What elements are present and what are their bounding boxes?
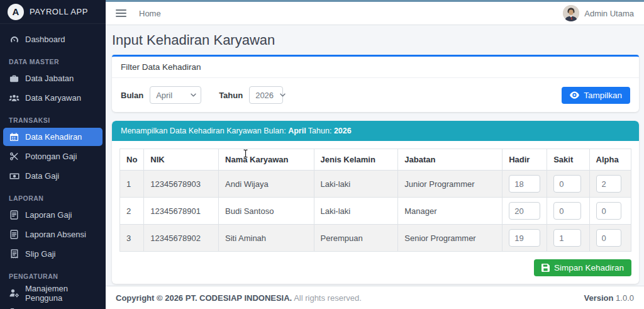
filter-card-title: Filter Data Kehadiran [112, 57, 639, 78]
bulan-label: Bulan [121, 91, 143, 100]
bulan-select[interactable]: April [150, 86, 201, 104]
page-title: Input Kehadiran Karyawan [112, 32, 639, 48]
sidebar-item-label: Data Jabatan [25, 74, 74, 83]
table-row: 2 12345678901 Budi Santoso Laki-laki Man… [120, 198, 631, 225]
sidebar-item-data-jabatan[interactable]: Data Jabatan [3, 69, 103, 87]
hadir-input[interactable] [509, 202, 540, 220]
cell-nik: 12345678901 [144, 198, 219, 225]
scissors-icon [9, 152, 19, 161]
table-header-row: No NIK Nama Karyawan Jenis Kelamin Jabat… [120, 149, 631, 171]
cell-jenis-kelamin: Laki-laki [314, 171, 398, 198]
filter-card: Filter Data Kehadiran Bulan April Tahun … [112, 55, 639, 112]
cell-nik: 12345678903 [144, 171, 219, 198]
result-banner: Menampilkan Data Kehadiran Karyawan Bula… [112, 121, 639, 141]
col-jenis-kelamin: Jenis Kelamin [314, 149, 398, 171]
user-name: Admin Utama [584, 9, 634, 18]
app-brand[interactable]: A PAYROLL APP [0, 0, 106, 24]
sakit-input[interactable] [553, 202, 581, 220]
sidebar-item-data-kehadiran[interactable]: Data Kehadiran [3, 128, 103, 146]
cell-nama: Budi Santoso [219, 198, 314, 225]
sidebar-item-laporan-absensi[interactable]: Laporan Absensi [3, 225, 103, 244]
banner-month: April [288, 126, 306, 135]
briefcase-icon [9, 74, 19, 83]
table-row: 3 12345678902 Siti Aminah Perempuan Seni… [120, 225, 631, 252]
cell-no: 3 [120, 225, 144, 252]
sidebar-section-pengaturan: PENGATURAN [0, 264, 106, 283]
cell-nama: Andi Wijaya [219, 171, 314, 198]
cell-jabatan: Junior Programmer [398, 171, 502, 198]
sidebar-item-manajemen-pengguna[interactable]: Manajemen Pengguna [3, 284, 103, 302]
hamburger-menu-icon[interactable] [116, 9, 126, 17]
bulan-select-value: April [156, 91, 172, 100]
sidebar-item-label: Manajemen Pengguna [25, 284, 97, 303]
sidebar-item-laporan-gaji[interactable]: Laporan Gaji [3, 206, 103, 224]
chevron-down-icon [280, 93, 286, 97]
table-row: 1 12345678903 Andi Wijaya Laki-laki Juni… [120, 171, 631, 198]
col-sakit: Sakit [547, 149, 589, 171]
user-menu[interactable]: Admin Utama [563, 5, 634, 21]
tahun-select[interactable]: 2026 [249, 86, 283, 104]
top-navbar: Home Admin Utama [106, 2, 644, 25]
sidebar-item-label: Slip Gaji [25, 249, 55, 259]
sidebar-item-label: Laporan Gaji [25, 210, 72, 220]
tahun-label: Tahun [219, 91, 243, 100]
file-alt-icon [9, 230, 19, 239]
sidebar-item-label: Dashboard [25, 35, 65, 44]
sidebar-item-data-karyawan[interactable]: Data Karyawan [3, 89, 103, 107]
cell-no: 1 [120, 171, 144, 198]
sidebar-item-label: Laporan Absensi [25, 230, 86, 239]
chevron-down-icon [191, 93, 196, 97]
save-icon [541, 264, 550, 272]
content: Input Kehadiran Karyawan Filter Data Keh… [106, 25, 644, 286]
footer-copyright: Copyright © 2026 PT. CODESIAP INDONESIA.… [116, 293, 362, 303]
sidebar-item-dashboard[interactable]: Dashboard [3, 30, 103, 48]
eye-icon [570, 91, 579, 99]
user-gear-icon [9, 288, 19, 298]
attendance-table: No NIK Nama Karyawan Jenis Kelamin Jabat… [119, 149, 631, 252]
tampilkan-button[interactable]: Tampilkan [562, 87, 630, 104]
sidebar-item-potongan-gaji[interactable]: Potongan Gaji [3, 147, 103, 166]
sidebar-item-slip-gaji[interactable]: Slip Gaji [3, 245, 103, 263]
col-nama: Nama Karyawan [219, 149, 314, 171]
footer-version: Version 1.0.0 [584, 293, 635, 303]
tampilkan-button-label: Tampilkan [584, 91, 622, 100]
sidebar-section-transaksi: TRANSAKSI [0, 108, 106, 126]
sidebar-item-label: Potongan Gaji [25, 152, 77, 161]
receipt-icon [9, 249, 19, 259]
col-jabatan: Jabatan [398, 149, 502, 171]
alpha-input[interactable] [596, 202, 621, 220]
cell-nama: Siti Aminah [219, 225, 314, 252]
simpan-kehadiran-button[interactable]: Simpan Kehadiran [534, 259, 631, 276]
cell-jenis-kelamin: Laki-laki [314, 198, 398, 225]
cell-jenis-kelamin: Perempuan [314, 225, 398, 252]
sidebar-item-data-gaji[interactable]: Data Gaji [3, 167, 103, 185]
col-nik: NIK [144, 149, 219, 171]
home-link[interactable]: Home [139, 9, 161, 18]
cell-no: 2 [120, 198, 144, 225]
sidebar-item-logout[interactable]: Logout [3, 303, 103, 309]
main-area: Home Admin Utama Input Kehadiran Karyawa… [106, 0, 644, 309]
hadir-input[interactable] [509, 229, 540, 247]
hadir-input[interactable] [509, 175, 540, 193]
app-logo-icon: A [8, 4, 24, 20]
dashboard-icon [9, 35, 19, 45]
banner-year: 2026 [334, 126, 352, 135]
user-avatar [563, 5, 579, 21]
sidebar-item-label: Data Gaji [25, 171, 59, 181]
attendance-card: Menampilkan Data Kehadiran Karyawan Bula… [112, 121, 639, 284]
cell-jabatan: Senior Programmer [398, 225, 502, 252]
tahun-select-value: 2026 [255, 91, 274, 100]
app-brand-title: PAYROLL APP [30, 7, 88, 16]
alpha-input[interactable] [596, 229, 621, 247]
simpan-kehadiran-label: Simpan Kehadiran [554, 263, 624, 272]
file-invoice-icon [9, 210, 19, 220]
col-hadir: Hadir [502, 149, 547, 171]
sakit-input[interactable] [553, 175, 581, 193]
sakit-input[interactable] [553, 229, 581, 247]
users-icon [9, 93, 19, 103]
calendar-icon [9, 132, 19, 142]
alpha-input[interactable] [596, 175, 621, 193]
money-icon [9, 172, 19, 181]
cell-nik: 12345678902 [144, 225, 219, 252]
sidebar-item-label: Data Karyawan [25, 93, 81, 103]
